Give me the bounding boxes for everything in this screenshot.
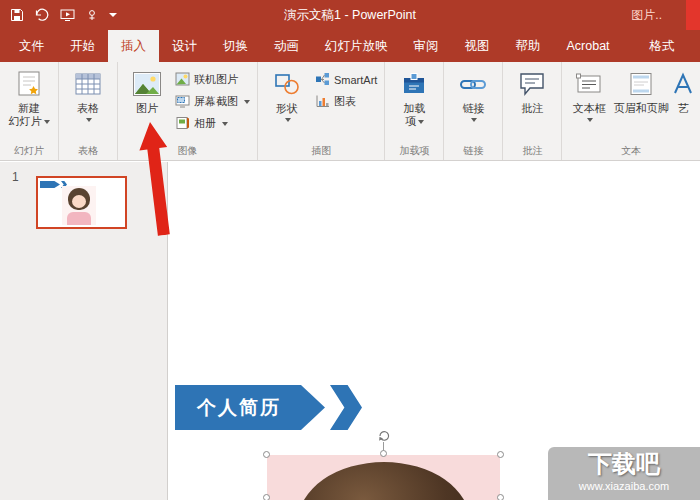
tab-review[interactable]: 审阅: [401, 30, 452, 62]
qat-customize-chevron-icon[interactable]: [109, 5, 117, 25]
ribbon-group-links: 链接 链接: [444, 62, 503, 160]
save-icon[interactable]: [10, 5, 24, 25]
ribbon-group-comments: 批注 批注: [503, 62, 562, 160]
link-icon: [459, 69, 487, 99]
resume-banner-shape[interactable]: 个人简历: [175, 385, 362, 430]
dropdown-arrow-icon: [471, 118, 477, 122]
screenshot-label: 屏幕截图: [194, 94, 238, 109]
picture-label: 图片: [136, 102, 158, 115]
group-label-table: 表格: [59, 144, 117, 158]
tab-design[interactable]: 设计: [159, 30, 210, 62]
ribbon-group-text: 文本框 页眉和页脚 艺 文本: [562, 62, 700, 160]
comment-label: 批注: [521, 102, 543, 115]
shapes-icon: [273, 69, 301, 99]
start-slideshow-icon[interactable]: [60, 5, 75, 25]
new-slide-button[interactable]: 新建 幻灯片: [4, 65, 54, 128]
tab-insert[interactable]: 插入: [108, 30, 159, 62]
addins-button[interactable]: 加载 项: [389, 65, 439, 128]
shapes-label: 形状: [276, 102, 298, 115]
new-slide-label-line2: 幻灯片: [9, 115, 50, 128]
tab-animations[interactable]: 动画: [261, 30, 312, 62]
ribbon-tab-row: 文件 开始 插入 设计 切换 动画 幻灯片放映 审阅 视图 帮助 Acrobat…: [0, 30, 700, 62]
photo-album-label: 相册: [194, 116, 216, 131]
slide-thumbnail[interactable]: [36, 176, 127, 229]
screenshot-icon: [175, 94, 190, 110]
resize-handle-middle-left[interactable]: [263, 494, 270, 500]
tab-home[interactable]: 开始: [57, 30, 108, 62]
screenshot-button[interactable]: 屏幕截图: [172, 92, 253, 111]
shapes-button[interactable]: 形状: [262, 65, 312, 122]
dropdown-arrow-icon: [418, 120, 424, 124]
corner-logo: [686, 0, 700, 30]
textbox-label: 文本框: [573, 102, 606, 115]
online-pictures-icon: [175, 72, 190, 88]
group-label-slides: 幻灯片: [0, 144, 58, 158]
slide-number: 1: [12, 170, 19, 184]
tab-file[interactable]: 文件: [6, 30, 57, 62]
selected-picture[interactable]: [267, 455, 500, 500]
dropdown-arrow-icon: [285, 118, 291, 122]
picture-tools-label: 图片..: [631, 0, 662, 30]
rotation-handle-icon[interactable]: [377, 428, 391, 442]
textbox-button[interactable]: 文本框: [566, 65, 612, 122]
watermark: 下载吧 www.xiazaiba.com: [548, 447, 700, 500]
chart-icon: [315, 94, 330, 110]
online-pictures-label: 联机图片: [194, 72, 238, 87]
document-title: 演示文稿1 - PowerPoint: [284, 0, 416, 30]
illustrations-small-buttons: SmartArt 图表: [312, 65, 380, 111]
ribbon: 新建 幻灯片 幻灯片 表格 表格 图片: [0, 62, 700, 161]
resize-handle-middle-right[interactable]: [497, 494, 504, 500]
tab-transitions[interactable]: 切换: [210, 30, 261, 62]
dropdown-arrow-icon: [587, 118, 593, 122]
link-button[interactable]: 链接: [448, 65, 498, 122]
powerpoint-window: 演示文稿1 - PowerPoint 图片.. 文件 开始 插入 设计 切换 动…: [0, 0, 700, 500]
resume-banner-chevron: [330, 385, 362, 430]
online-pictures-button[interactable]: 联机图片: [172, 70, 253, 89]
photo-album-icon: [175, 116, 190, 132]
resize-handle-top-right[interactable]: [497, 451, 504, 458]
tab-slideshow[interactable]: 幻灯片放映: [312, 30, 401, 62]
textbox-icon: [576, 69, 602, 99]
resume-banner-main: 个人简历: [175, 385, 325, 430]
chart-label: 图表: [334, 94, 356, 109]
smartart-icon: [315, 72, 330, 88]
portrait-hair: [298, 462, 470, 500]
header-footer-label: 页眉和页脚: [614, 102, 669, 115]
undo-icon[interactable]: [34, 5, 50, 25]
header-footer-icon: [628, 69, 654, 99]
ribbon-group-illustrations: 形状 SmartArt 图表 插图: [258, 62, 385, 160]
table-icon: [74, 69, 102, 99]
resize-handle-top-left[interactable]: [263, 451, 270, 458]
title-bar: 演示文稿1 - PowerPoint 图片..: [0, 0, 700, 30]
picture-content: [267, 455, 500, 500]
tab-help[interactable]: 帮助: [503, 30, 554, 62]
group-label-illustrations: 插图: [258, 144, 384, 158]
chart-button[interactable]: 图表: [312, 92, 380, 111]
group-label-links: 链接: [444, 144, 502, 158]
slide-thumbnail-panel: 1: [0, 162, 168, 500]
tab-picture-format[interactable]: 格式: [637, 30, 688, 62]
watermark-url: www.xiazaiba.com: [548, 479, 700, 493]
dropdown-arrow-icon: [86, 118, 92, 122]
comment-icon: [518, 69, 546, 99]
wordart-label: 艺: [678, 102, 689, 115]
watermark-name: 下载吧: [548, 449, 700, 479]
resize-handle-top-center[interactable]: [380, 450, 387, 457]
tab-view[interactable]: 视图: [452, 30, 503, 62]
tab-acrobat[interactable]: Acrobat: [554, 30, 623, 62]
wordart-icon: [671, 69, 695, 99]
photo-album-button[interactable]: 相册: [172, 114, 253, 133]
quick-access-toolbar: [0, 5, 117, 25]
ribbon-group-table: 表格 表格: [59, 62, 118, 160]
table-button[interactable]: 表格: [63, 65, 113, 122]
picture-button[interactable]: 图片: [122, 65, 172, 115]
resume-banner-text: 个人简历: [197, 395, 281, 421]
table-label: 表格: [77, 102, 99, 115]
comment-button[interactable]: 批注: [507, 65, 557, 115]
header-footer-button[interactable]: 页眉和页脚: [612, 65, 670, 115]
dropdown-arrow-icon: [244, 100, 250, 104]
ribbon-group-slides: 新建 幻灯片 幻灯片: [0, 62, 59, 160]
touch-mode-icon[interactable]: [85, 5, 99, 25]
smartart-button[interactable]: SmartArt: [312, 70, 380, 89]
wordart-button[interactable]: 艺: [670, 65, 696, 115]
